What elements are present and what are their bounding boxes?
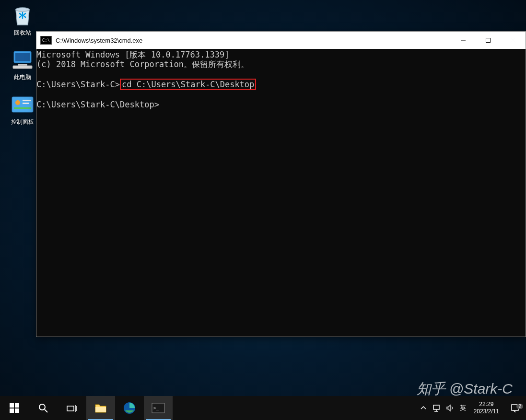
chevron-up-icon [421, 405, 426, 411]
svg-rect-7 [23, 100, 31, 101]
svg-line-19 [45, 409, 47, 412]
desktop-icon-label: 回收站 [14, 29, 31, 37]
cmd-app-icon: C:\ [40, 36, 52, 45]
desktop-icon-label: 此电脑 [14, 73, 31, 82]
tray-overflow-button[interactable] [417, 396, 430, 420]
svg-rect-16 [10, 408, 14, 413]
recycle-bin-icon [11, 4, 34, 27]
cmd-input-text: cd C:\Users\Stark-C\Desktop [122, 80, 254, 89]
desktop-icon-label: 控制面板 [11, 118, 34, 126]
cmd-terminal-body[interactable]: Microsoft Windows [版本 10.0.17763.1339] (… [36, 49, 526, 337]
cmd-prompt-line-1: C:\Users\Stark-C>cd C:\Users\Stark-C\Des… [36, 79, 526, 90]
svg-rect-15 [15, 403, 19, 408]
taskbar-app-cmd[interactable]: >_ [144, 396, 173, 420]
svg-rect-2 [15, 53, 30, 61]
svg-rect-9 [14, 107, 31, 109]
taskbar-spacer [173, 396, 417, 420]
this-pc-icon [11, 48, 34, 71]
cmd-blank-line [36, 69, 526, 79]
taskbar-left: >_ [0, 396, 173, 420]
start-button[interactable] [0, 396, 29, 420]
tray-volume-button[interactable] [444, 396, 457, 420]
cmd-blank-line [36, 90, 526, 100]
tray-time: 22:29 [479, 401, 493, 408]
svg-rect-3 [18, 64, 27, 66]
cmd-prompt-line-2: C:\Users\Stark-C\Desktop> [36, 100, 526, 109]
tray-network-button[interactable] [430, 396, 444, 420]
close-button[interactable] [501, 32, 526, 49]
svg-rect-17 [15, 408, 19, 413]
svg-rect-23 [95, 407, 106, 412]
svg-rect-14 [10, 403, 14, 408]
tray-notifications-button[interactable]: 2 [504, 403, 526, 413]
svg-text:>_: >_ [153, 406, 159, 410]
minimize-icon [460, 37, 466, 43]
tray-ime-button[interactable]: 英 [457, 404, 469, 412]
close-icon [510, 37, 516, 43]
cmd-version-line: Microsoft Windows [版本 10.0.17763.1339] [36, 50, 526, 59]
folder-icon [94, 403, 107, 413]
taskbar-app-edge[interactable] [115, 396, 144, 420]
svg-rect-11 [486, 38, 491, 43]
cmd-copyright-line: (c) 2018 Microsoft Corporation。保留所有权利。 [36, 59, 526, 69]
search-icon [38, 403, 48, 413]
windows-logo-icon [10, 403, 19, 413]
taskbar-right: 英 22:29 2023/2/11 2 [417, 396, 526, 420]
tray-clock[interactable]: 22:29 2023/2/11 [469, 401, 504, 415]
cmd-icon: >_ [152, 403, 165, 413]
svg-rect-20 [67, 406, 74, 411]
maximize-icon [485, 37, 491, 43]
svg-rect-5 [12, 97, 33, 112]
svg-point-18 [39, 404, 45, 410]
edge-icon [123, 402, 136, 414]
svg-point-6 [15, 100, 20, 105]
task-view-button[interactable] [58, 396, 86, 420]
task-view-icon [67, 403, 77, 413]
svg-rect-4 [13, 66, 32, 69]
search-button[interactable] [29, 396, 58, 420]
cmd-prompt: C:\Users\Stark-C> [36, 80, 120, 89]
window-controls [451, 32, 526, 49]
svg-rect-27 [433, 405, 439, 409]
svg-rect-8 [23, 103, 29, 104]
tray-date: 2023/2/11 [474, 408, 499, 415]
notification-badge: 2 [516, 404, 523, 409]
minimize-button[interactable] [451, 32, 476, 49]
highlighted-command: cd C:\Users\Stark-C\Desktop [120, 79, 256, 90]
speaker-icon [446, 404, 455, 412]
taskbar: >_ 英 22:29 2023/2/11 [0, 396, 526, 420]
cmd-window: C:\ C:\Windows\system32\cmd.exe Microsof… [36, 31, 526, 337]
network-icon [432, 404, 441, 412]
cmd-titlebar[interactable]: C:\ C:\Windows\system32\cmd.exe [36, 32, 526, 49]
cmd-prompt: C:\Users\Stark-C\Desktop> [36, 100, 159, 109]
taskbar-app-file-explorer[interactable] [86, 396, 115, 420]
svg-point-0 [16, 8, 29, 12]
maximize-button[interactable] [476, 32, 501, 49]
cmd-title: C:\Windows\system32\cmd.exe [56, 37, 451, 44]
control-panel-icon [11, 93, 34, 116]
